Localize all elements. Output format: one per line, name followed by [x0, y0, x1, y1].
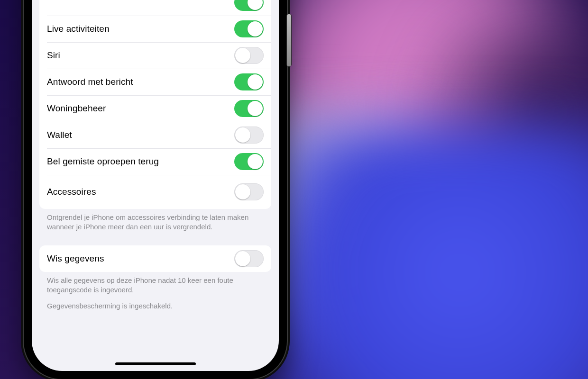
toggle[interactable]: [234, 250, 264, 267]
settings-group-erase: Wis gegevens: [39, 245, 271, 272]
settings-group-footer: Ontgrendel je iPhone om accessoires verb…: [39, 209, 271, 232]
settings-row-wallet[interactable]: Wallet: [39, 122, 271, 148]
phone-frame: Live activiteiten Siri Antwoord met beri…: [24, 0, 287, 379]
toggle[interactable]: [234, 73, 264, 90]
settings-row-live-activities[interactable]: Live activiteiten: [39, 16, 271, 42]
settings-row-label: Siri: [47, 50, 60, 61]
home-indicator[interactable]: [115, 362, 196, 365]
toggle[interactable]: [234, 20, 264, 37]
toggle[interactable]: [234, 0, 264, 11]
settings-row-label: Accessoires: [47, 187, 96, 197]
settings-row-label: Wallet: [47, 130, 72, 140]
settings-group-lockscreen: Live activiteiten Siri Antwoord met beri…: [39, 0, 271, 209]
toggle[interactable]: [234, 126, 264, 144]
settings-row-return-missed-calls[interactable]: Bel gemiste oproepen terug: [39, 148, 271, 175]
settings-list: Live activiteiten Siri Antwoord met beri…: [32, 0, 279, 368]
toggle[interactable]: [234, 183, 264, 200]
settings-row-label: Live activiteiten: [47, 24, 110, 34]
settings-group-footer: Gegevensbescherming is ingeschakeld.: [39, 295, 271, 311]
settings-row-cutoff[interactable]: [39, 0, 271, 16]
settings-row-siri[interactable]: Siri: [39, 42, 271, 69]
settings-row-label: Antwoord met bericht: [47, 77, 133, 87]
settings-row-erase-data[interactable]: Wis gegevens: [39, 245, 271, 272]
settings-row-accessories[interactable]: Accessoires: [39, 175, 271, 209]
toggle[interactable]: [234, 47, 264, 64]
settings-row-label: Woningbeheer: [47, 103, 106, 114]
toggle[interactable]: [234, 100, 264, 117]
settings-row-home-control[interactable]: Woningbeheer: [39, 95, 271, 122]
settings-row-reply-with-message[interactable]: Antwoord met bericht: [39, 69, 271, 95]
settings-group-footer: Wis alle gegevens op deze iPhone nadat 1…: [39, 272, 271, 295]
settings-row-label: Wis gegevens: [47, 253, 104, 264]
phone-side-button: [287, 14, 291, 66]
phone-screen: Live activiteiten Siri Antwoord met beri…: [32, 0, 279, 371]
toggle[interactable]: [234, 153, 264, 170]
settings-row-label: Bel gemiste oproepen terug: [47, 156, 159, 167]
